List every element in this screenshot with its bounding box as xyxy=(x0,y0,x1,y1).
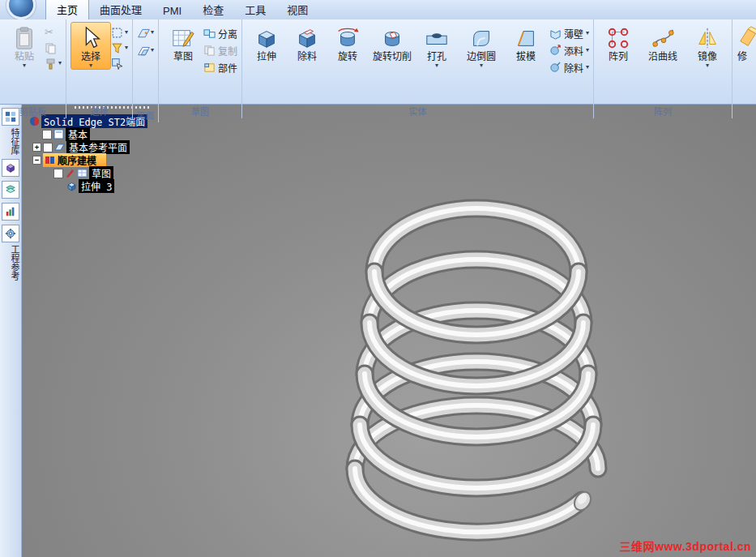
round-button[interactable]: 边倒圆 ▾ xyxy=(457,22,506,70)
remove-material-button[interactable]: 除料 ▾ xyxy=(549,60,589,75)
cut-box-icon xyxy=(295,26,319,50)
paste-clipboard-icon xyxy=(12,26,36,50)
revolved-cut-button[interactable]: 旋转切削 xyxy=(368,22,416,63)
ribbon-group-overflow: 修 xyxy=(733,19,756,118)
mirror-button[interactable]: 镜像 ▾ xyxy=(687,22,728,70)
tree-label-base[interactable]: 基本 xyxy=(66,127,90,141)
tree-label-ref-planes[interactable]: 基本参考平面 xyxy=(66,140,130,154)
ribbon-group-plane: ▾ ▾ 平面 xyxy=(133,19,159,122)
pencil-icon xyxy=(65,168,75,178)
sensors-icon xyxy=(5,206,16,217)
sensors-tab[interactable] xyxy=(2,203,19,221)
tab-home[interactable]: 主页 xyxy=(45,0,89,19)
application-menu-button[interactable] xyxy=(6,0,36,19)
tab-tools[interactable]: 工具 xyxy=(234,0,276,19)
tree-row-base[interactable]: 基本 xyxy=(29,128,147,140)
thin-wall-label: 薄壁 xyxy=(564,27,583,41)
ribbon: 粘贴 ▾ ✂ ▾ 剪贴板 选择 xyxy=(0,19,756,105)
engineering-reference-tab[interactable] xyxy=(2,225,19,242)
dropdown-arrow-icon: ▾ xyxy=(151,29,154,36)
cut-label: 除料 xyxy=(297,52,317,62)
dropdown-arrow-icon: ▾ xyxy=(586,30,589,36)
select-box-mode-button[interactable]: ▾ xyxy=(111,26,128,39)
tab-view[interactable]: 视图 xyxy=(276,0,318,19)
tab-pmi[interactable]: PMI xyxy=(152,2,192,19)
extrude-label: 拉伸 xyxy=(257,52,276,62)
gear-icon xyxy=(5,228,16,239)
sketch-label: 草图 xyxy=(173,52,193,62)
tree-row-ordered[interactable]: − 顺序建模 xyxy=(29,154,147,166)
group-label-solids: 实体 xyxy=(242,105,593,118)
modify-button[interactable]: 修 xyxy=(737,22,756,63)
filter-funnel-icon xyxy=(111,42,123,54)
thin-wall-icon xyxy=(549,28,562,40)
revolved-cut-icon xyxy=(380,26,404,50)
dropdown-arrow-icon: ▾ xyxy=(586,47,589,54)
dropdown-arrow-icon: ▾ xyxy=(435,62,438,69)
component-sketch-button[interactable]: 部件 xyxy=(203,60,237,75)
copy-icon xyxy=(45,42,57,54)
tab-surfacing[interactable]: 曲面处理 xyxy=(89,0,152,19)
collapse-icon[interactable]: − xyxy=(32,156,41,165)
edgebar-top-label: 特征库 xyxy=(0,128,21,155)
edgebar-bottom-label: 工程参考 xyxy=(0,245,21,281)
ribbon-tabs: 主页 曲面处理 PMI 检查 工具 视图 xyxy=(45,0,318,19)
thin-wall-button[interactable]: 薄壁 ▾ xyxy=(549,26,589,41)
watermark-text: 三维网www.3dportal.cn xyxy=(620,538,752,554)
component-label: 部件 xyxy=(218,61,237,75)
along-curve-icon xyxy=(651,26,675,50)
select-button[interactable]: 选择 ▾ xyxy=(70,22,111,70)
dropdown-arrow-icon: ▾ xyxy=(58,60,62,66)
copy-sketch-button[interactable]: 复制 xyxy=(203,43,237,58)
edgebar: 特征库 工程参考 xyxy=(0,104,22,557)
copy-button[interactable] xyxy=(45,41,62,54)
tree-row-sketch[interactable]: 草图 xyxy=(29,167,147,179)
group-label-sketch: 草图 xyxy=(159,105,241,118)
ribbon-group-solids: 拉伸 除料 旋转 旋转切削 打孔 ▾ xyxy=(242,19,594,118)
checkbox[interactable] xyxy=(42,130,52,139)
extrude-button[interactable]: 拉伸 xyxy=(246,22,287,63)
tab-inspect[interactable]: 检查 xyxy=(192,0,234,19)
dropdown-arrow-icon: ▾ xyxy=(23,62,26,69)
select-priority-button[interactable] xyxy=(111,57,128,70)
revolve-button[interactable]: 旋转 xyxy=(327,22,368,63)
group-label-plane: 平面 xyxy=(133,109,158,122)
checkbox[interactable] xyxy=(53,169,63,178)
ordered-modeling-icon xyxy=(45,155,55,165)
sketch-button[interactable]: 草图 xyxy=(163,22,203,63)
checkbox[interactable] xyxy=(43,143,53,152)
tree-row-ref-planes[interactable]: + 基本参考平面 xyxy=(29,141,147,153)
layers-tab[interactable] xyxy=(2,181,19,199)
format-painter-button[interactable]: ▾ xyxy=(45,57,62,70)
cut-button[interactable]: 除料 xyxy=(287,22,327,63)
pattern-grid-icon xyxy=(606,26,630,50)
base-node-icon xyxy=(53,129,64,139)
cut-button[interactable]: ✂ xyxy=(45,26,62,39)
tree-label-extrude3[interactable]: 拉伸 3 xyxy=(79,179,114,193)
along-curve-button[interactable]: 沿曲线 xyxy=(639,22,687,63)
coincident-plane-button[interactable]: ▾ xyxy=(137,26,154,39)
ref-planes-icon xyxy=(54,142,65,152)
tab-bar: 主页 曲面处理 PMI 检查 工具 视图 xyxy=(0,0,756,20)
selection-box-icon xyxy=(111,27,123,39)
hole-button[interactable]: 打孔 ▾ xyxy=(416,22,457,70)
add-material-button[interactable]: 添料 ▾ xyxy=(549,43,589,58)
paste-button[interactable]: 粘贴 ▾ xyxy=(4,22,45,70)
tree-label-sketch[interactable]: 草图 xyxy=(89,166,113,180)
select-priority-icon xyxy=(111,58,123,70)
family-of-parts-tab[interactable] xyxy=(2,159,19,177)
expand-icon[interactable]: + xyxy=(32,143,41,152)
modify-icon xyxy=(737,26,756,50)
select-filter-button[interactable]: ▾ xyxy=(111,41,128,54)
angled-plane-icon xyxy=(137,45,149,57)
add-material-icon xyxy=(549,45,562,57)
pattern-button[interactable]: 阵列 xyxy=(598,22,639,63)
tree-row-extrude3[interactable]: 拉伸 3 xyxy=(29,180,147,192)
tree-label-ordered[interactable]: 顺序建模 xyxy=(43,153,106,167)
dropdown-arrow-icon: ▾ xyxy=(586,64,589,71)
draft-button[interactable]: 拔模 xyxy=(506,22,546,63)
detach-button[interactable]: 分离 xyxy=(203,26,237,41)
ribbon-group-clipboard: 粘贴 ▾ ✂ ▾ 剪贴板 xyxy=(0,19,66,118)
pathfinder-panel: Solid Edge ST2端面 基本 + 基本参考平面 − 顺序建模 xyxy=(29,115,147,193)
more-planes-button[interactable]: ▾ xyxy=(137,44,154,57)
